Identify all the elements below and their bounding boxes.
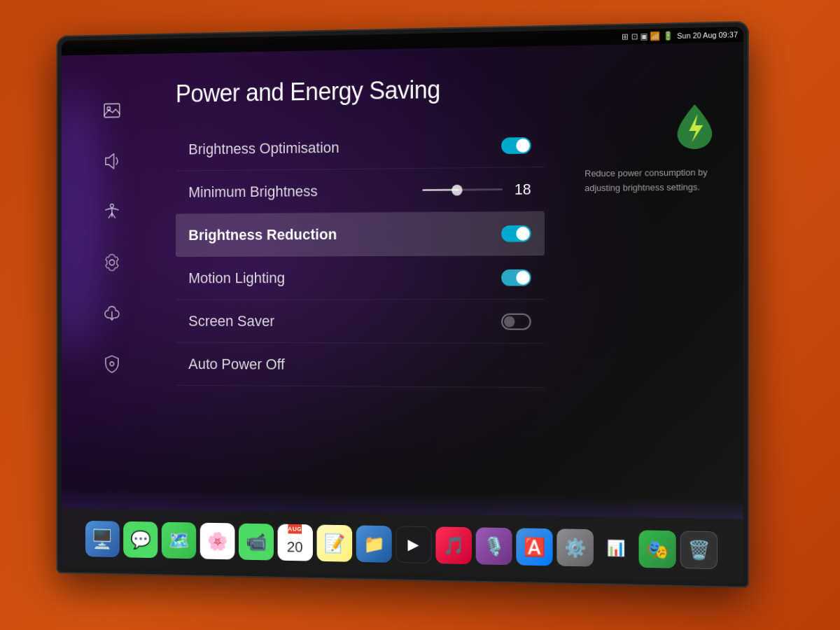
dock-item-finder[interactable]: 🖥️ xyxy=(85,521,119,557)
svg-marker-2 xyxy=(106,154,114,169)
setting-label-screen-saver: Screen Saver xyxy=(188,312,274,330)
setting-label-auto-power-off: Auto Power Off xyxy=(188,355,284,373)
slider-value-brightness: 18 xyxy=(511,180,531,198)
slider-thumb-brightness[interactable] xyxy=(451,184,462,195)
menubar-right: ⊞ ⊡ ▣ 📶 🔋 Sun 20 Aug 09:37 xyxy=(622,29,738,41)
sysprefs-icon: ⚙️ xyxy=(564,537,586,559)
accessibility-icon xyxy=(102,202,121,222)
dock-item-files[interactable]: 📁 xyxy=(356,525,391,562)
toggle-motion-lighting[interactable] xyxy=(501,269,531,286)
dock-item-sysprefs[interactable]: ⚙️ xyxy=(556,528,594,566)
setting-minimum-brightness[interactable]: Minimum Brightness 18 xyxy=(176,167,545,214)
dock-item-maps[interactable]: 🗺️ xyxy=(161,522,195,559)
slider-track-brightness[interactable] xyxy=(422,188,503,191)
setting-brightness-optimisation[interactable]: Brightness Optimisation xyxy=(176,123,545,172)
info-panel: Reduce power consumption by adjusting br… xyxy=(584,99,722,196)
svg-point-5 xyxy=(110,362,113,366)
dock-item-appstore[interactable]: 🅰️ xyxy=(516,528,552,566)
dock-item-appletv[interactable]: ▶ xyxy=(396,526,431,564)
dock-item-preview[interactable]: 📊 xyxy=(597,529,634,567)
finder-icon: 🖥️ xyxy=(91,528,113,550)
picture-icon xyxy=(102,100,121,120)
sidebar-item-support[interactable] xyxy=(97,298,127,330)
podcasts-icon: 🎙️ xyxy=(483,536,505,557)
shield-icon xyxy=(102,354,121,374)
dock-item-extra[interactable]: 🎭 xyxy=(638,530,676,568)
setting-label-brightness-optimisation: Brightness Optimisation xyxy=(188,139,339,158)
sidebar-item-sound[interactable] xyxy=(97,145,127,177)
setting-brightness-reduction[interactable]: Brightness Reduction xyxy=(176,211,545,257)
menubar-icons: ⊞ ⊡ ▣ 📶 🔋 xyxy=(622,31,673,41)
menubar-time: Sun 20 Aug 09:37 xyxy=(677,30,738,40)
macos-dock: 🖥️ 💬 🗺️ 🌸 📹 AUG 20 xyxy=(62,508,743,582)
files-icon: 📁 xyxy=(363,533,384,555)
calendar-day: 20 xyxy=(287,533,303,561)
setting-motion-lighting[interactable]: Motion Lighting xyxy=(176,255,545,300)
sound-icon xyxy=(102,151,121,172)
setting-label-minimum-brightness: Minimum Brightness xyxy=(188,182,317,201)
setting-auto-power-off[interactable]: Auto Power Off xyxy=(176,343,545,388)
dock-item-notes[interactable]: 📝 xyxy=(316,524,352,561)
monitor-bezel: ⊞ ⊡ ▣ 📶 🔋 Sun 20 Aug 09:37 HDMI xyxy=(57,21,749,588)
slider-container-brightness[interactable]: 18 xyxy=(422,180,531,199)
dock-item-messages[interactable]: 💬 xyxy=(123,522,158,558)
svg-point-4 xyxy=(109,260,114,265)
facetime-icon: 📹 xyxy=(246,531,267,552)
setting-screen-saver[interactable]: Screen Saver xyxy=(176,300,545,344)
extra-icon: 🎭 xyxy=(646,538,668,560)
monitor-screen: ⊞ ⊡ ▣ 📶 🔋 Sun 20 Aug 09:37 HDMI xyxy=(62,27,743,582)
dock-item-podcasts[interactable]: 🎙️ xyxy=(475,527,512,565)
setting-label-brightness-reduction: Brightness Reduction xyxy=(188,226,337,244)
support-icon xyxy=(102,303,121,323)
preview-icon: 📊 xyxy=(606,539,624,557)
sidebar-item-picture[interactable] xyxy=(97,94,127,127)
tv-content: Power and Energy Saving Brightness Optim… xyxy=(62,42,743,582)
sidebar-item-security[interactable] xyxy=(97,348,127,380)
dock-item-music[interactable]: 🎵 xyxy=(435,526,472,564)
messages-icon: 💬 xyxy=(130,529,150,550)
photos-icon: 🌸 xyxy=(206,531,227,552)
sidebar xyxy=(62,53,163,570)
toggle-screen-saver[interactable] xyxy=(501,313,531,330)
toggle-brightness-optimisation[interactable] xyxy=(501,136,531,153)
dock-item-photos[interactable]: 🌸 xyxy=(200,523,234,560)
settings-icon xyxy=(102,253,121,273)
appletv-icon: ▶ xyxy=(407,536,419,554)
appstore-icon: 🅰️ xyxy=(523,536,545,558)
calendar-month: AUG xyxy=(288,524,302,534)
dock-item-facetime[interactable]: 📹 xyxy=(239,524,274,561)
energy-icon xyxy=(667,99,722,155)
notes-icon: 📝 xyxy=(323,533,344,554)
music-icon: 🎵 xyxy=(442,535,464,556)
maps-icon: 🗺️ xyxy=(168,530,188,551)
trash-icon: 🗑️ xyxy=(687,539,710,561)
toggle-brightness-reduction[interactable] xyxy=(501,225,531,242)
sidebar-item-accessibility[interactable] xyxy=(97,196,127,228)
svg-point-3 xyxy=(111,204,114,208)
settings-list: Brightness Optimisation Minimum Brightne… xyxy=(176,123,545,388)
setting-label-motion-lighting: Motion Lighting xyxy=(188,269,285,286)
dock-item-trash[interactable]: 🗑️ xyxy=(680,531,718,569)
sidebar-item-settings[interactable] xyxy=(97,246,127,279)
dock-item-calendar[interactable]: AUG 20 xyxy=(277,524,312,561)
info-description: Reduce power consumption by adjusting br… xyxy=(584,165,722,195)
